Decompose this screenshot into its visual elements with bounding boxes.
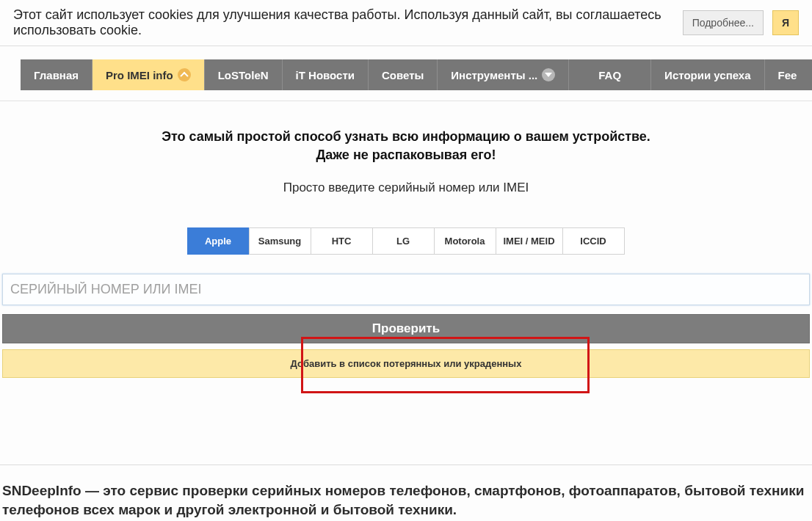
nav-label: Главная (34, 69, 79, 81)
nav-tools[interactable]: Инструменты ... (438, 59, 569, 90)
hero-title-2: Даже не распаковывая его! (7, 146, 805, 164)
nav-tips[interactable]: Советы (369, 59, 438, 90)
info-section: SNDeepInfo — это сервис проверки серийны… (0, 465, 812, 521)
nav-faq[interactable]: FAQ (569, 59, 651, 90)
external-link-icon (178, 68, 191, 81)
tab-imei-meid[interactable]: IMEI / MEID (496, 227, 563, 255)
main-nav: Главная Pro IMEI info LoSToleN iT Новост… (21, 59, 812, 90)
tab-htc[interactable]: HTC (311, 227, 373, 255)
info-title: SNDeepInfo — это сервис проверки серийны… (2, 481, 810, 519)
nav-label: Fee (778, 69, 797, 81)
nav-label: Инструменты ... (451, 69, 537, 81)
tab-apple[interactable]: Apple (187, 227, 250, 255)
nav-label: Pro IMEI info (106, 69, 173, 81)
cookie-bar: Этот сайт использует cookies для улучшен… (0, 0, 812, 46)
brand-tabs: Apple Samsung HTC LG Motorola IMEI / MEI… (0, 227, 812, 255)
form-area: Проверить Добавить в список потерянных и… (0, 274, 812, 378)
serial-input[interactable] (2, 274, 810, 305)
nav-label: LoSToleN (218, 69, 269, 81)
nav-wrap: Главная Pro IMEI info LoSToleN iT Новост… (0, 46, 812, 101)
nav-pro-imei[interactable]: Pro IMEI info (93, 59, 205, 90)
nav-feedback[interactable]: Fee (765, 59, 811, 90)
nav-label: Советы (382, 69, 424, 81)
nav-lostolen[interactable]: LoSToleN (205, 59, 283, 90)
hero-subtitle: Просто введите серийный номер или IMEI (7, 181, 805, 195)
tab-iccid[interactable]: ICCID (562, 227, 625, 255)
nav-success-stories[interactable]: Истории успеха (651, 59, 764, 90)
add-lost-stolen-button[interactable]: Добавить в список потерянных или украден… (2, 349, 810, 378)
nav-label: FAQ (598, 69, 621, 81)
hero: Это самый простой способ узнать всю инфо… (0, 101, 812, 210)
input-wrap (2, 274, 810, 305)
chevron-down-icon (542, 68, 555, 81)
hero-title-1: Это самый простой способ узнать всю инфо… (7, 128, 805, 146)
check-button[interactable]: Проверить (2, 314, 810, 343)
cookie-accept-button[interactable]: Я (772, 10, 799, 35)
nav-label: iT Новости (296, 69, 355, 81)
tab-lg[interactable]: LG (372, 227, 435, 255)
nav-home[interactable]: Главная (21, 59, 93, 90)
cookie-more-button[interactable]: Подробнее... (683, 10, 764, 35)
cookie-text: Этот сайт использует cookies для улучшен… (13, 7, 674, 38)
tab-motorola[interactable]: Motorola (434, 227, 496, 255)
nav-it-news[interactable]: iT Новости (283, 59, 369, 90)
nav-label: Истории успеха (664, 69, 750, 81)
tab-samsung[interactable]: Samsung (249, 227, 311, 255)
